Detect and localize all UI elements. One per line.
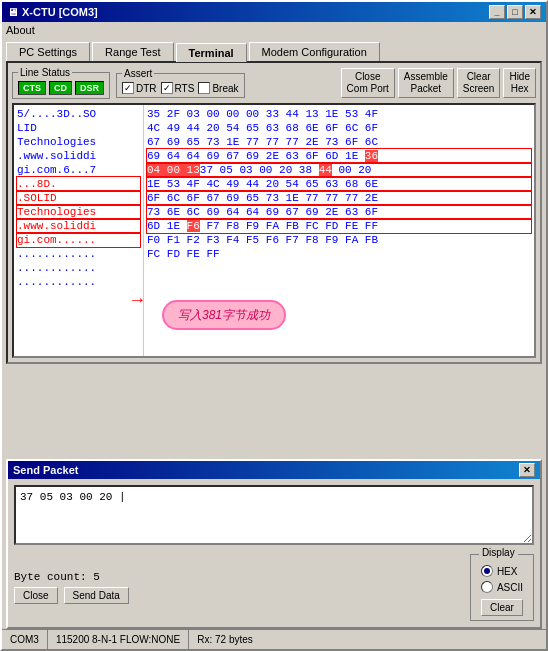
- dtr-label: DTR: [136, 83, 157, 94]
- success-message: 写入381字节成功: [178, 308, 270, 322]
- assert-legend: Assert: [122, 68, 154, 79]
- list-item: .SOLID: [17, 191, 140, 205]
- list-item: [147, 261, 531, 275]
- list-item: 35 2F 03 00 00 00 33 44 13 1E 53 4F: [147, 107, 531, 121]
- send-packet-title-text: Send Packet: [13, 464, 78, 476]
- ascii-radio[interactable]: [481, 581, 493, 593]
- main-window: 🖥 X-CTU [COM3] _ □ ✕ About PC Settings R…: [0, 0, 548, 651]
- byte-count: Byte count: 5: [14, 571, 129, 583]
- window-title: X-CTU [COM3]: [22, 6, 98, 18]
- tab-modem-configuration[interactable]: Modem Configuration: [249, 42, 380, 61]
- assert-group: Assert ✓ DTR ✓ RTS Break: [116, 68, 245, 98]
- list-item: 5/....3D..SO: [17, 107, 140, 121]
- terminal-area[interactable]: 5/....3D..SO LID Technologies .www.solid…: [12, 103, 536, 358]
- close-packet-button[interactable]: Close: [14, 587, 58, 604]
- line-status-legend: Line Status: [18, 67, 72, 78]
- list-item: FC FD FE FF: [147, 247, 531, 261]
- title-buttons: _ □ ✕: [489, 5, 541, 19]
- tab-terminal[interactable]: Terminal: [176, 43, 247, 62]
- success-bubble: 写入381字节成功: [162, 300, 286, 330]
- ascii-label: ASCII: [497, 582, 523, 593]
- dsr-led: DSR: [75, 81, 104, 95]
- maximize-button[interactable]: □: [507, 5, 523, 19]
- terminal-right-pane: 35 2F 03 00 00 00 33 44 13 1E 53 4F 4C 4…: [144, 105, 534, 356]
- status-rx: Rx: 72 bytes: [189, 630, 261, 649]
- tabs-row: PC Settings Range Test Terminal Modem Co…: [2, 38, 546, 61]
- app-icon: 🖥: [7, 6, 18, 18]
- packet-bottom: Byte count: 5 Close Send Data Display HE…: [14, 554, 534, 621]
- send-data-button[interactable]: Send Data: [64, 587, 129, 604]
- rts-label: RTS: [175, 83, 195, 94]
- rts-checkbox[interactable]: ✓: [161, 82, 173, 94]
- list-item: 6D 1E F6 F7 F8 F9 FA FB FC FD FE FF: [147, 219, 531, 233]
- list-item: gi.com.6...7: [17, 163, 140, 177]
- cts-led: CTS: [18, 81, 46, 95]
- send-packet-content: 37 05 03 00 20 | Byte count: 5 Close Sen…: [8, 479, 540, 627]
- packet-input[interactable]: 37 05 03 00 20 |: [14, 485, 534, 545]
- hex-label: HEX: [497, 566, 518, 577]
- list-item: .www.soliddi: [17, 219, 140, 233]
- list-item: gi.com......: [17, 233, 140, 247]
- dtr-assert: ✓ DTR: [122, 82, 157, 94]
- status-settings: 115200 8-N-1 FLOW:NONE: [48, 630, 189, 649]
- list-item: 67 69 65 73 1E 77 77 77 2E 73 6F 6C: [147, 135, 531, 149]
- cd-led: CD: [49, 81, 72, 95]
- list-item: F0 F1 F2 F3 F4 F5 F6 F7 F8 F9 FA FB: [147, 233, 531, 247]
- send-packet-close-icon[interactable]: ✕: [519, 463, 535, 477]
- close-com-port-button[interactable]: CloseCom Port: [341, 68, 395, 98]
- list-item: .www.soliddi: [17, 149, 140, 163]
- hide-hex-button[interactable]: HideHex: [503, 68, 536, 98]
- list-item: 73 6E 6C 69 64 64 69 67 69 2E 63 6F: [147, 205, 531, 219]
- tab-range-test[interactable]: Range Test: [92, 42, 173, 61]
- led-row: CTS CD DSR: [18, 81, 104, 95]
- menu-bar: About: [2, 22, 546, 38]
- break-label: Break: [212, 83, 238, 94]
- list-item: 6F 6C 6F 67 69 65 73 1E 77 77 77 2E: [147, 191, 531, 205]
- rts-assert: ✓ RTS: [161, 82, 195, 94]
- packet-left: Byte count: 5 Close Send Data: [14, 571, 129, 604]
- assert-row: ✓ DTR ✓ RTS Break: [122, 82, 239, 94]
- list-item: 4C 49 44 20 54 65 63 68 6E 6F 6C 6F: [147, 121, 531, 135]
- list-item: ...8D.: [17, 177, 140, 191]
- list-item: LID: [17, 121, 140, 135]
- line-status-group: Line Status CTS CD DSR: [12, 67, 110, 99]
- terminal-left-pane: 5/....3D..SO LID Technologies .www.solid…: [14, 105, 144, 356]
- list-item: ............: [17, 275, 140, 289]
- dtr-checkbox[interactable]: ✓: [122, 82, 134, 94]
- title-bar: 🖥 X-CTU [COM3] _ □ ✕: [2, 2, 546, 22]
- packet-buttons: Close Send Data: [14, 587, 129, 604]
- content-area: Line Status CTS CD DSR Assert ✓ DTR ✓: [6, 61, 542, 364]
- clear-button[interactable]: Clear: [481, 599, 523, 616]
- list-item: ............: [17, 261, 140, 275]
- send-packet-window: Send Packet ✕ 37 05 03 00 20 | Byte coun…: [6, 459, 542, 629]
- tab-pc-settings[interactable]: PC Settings: [6, 42, 90, 61]
- list-item: 1E 53 4F 4C 49 44 20 54 65 63 68 6E: [147, 177, 531, 191]
- status-port: COM3: [2, 630, 48, 649]
- list-item: 04 00 1337 05 03 00 20 38 44 00 20: [147, 163, 531, 177]
- break-assert: Break: [198, 82, 238, 94]
- title-text: 🖥 X-CTU [COM3]: [7, 6, 98, 18]
- clear-screen-button[interactable]: ClearScreen: [457, 68, 501, 98]
- list-item: ............: [17, 247, 140, 261]
- hex-radio-row: HEX: [481, 565, 523, 577]
- list-item: Technologies: [17, 205, 140, 219]
- break-checkbox[interactable]: [198, 82, 210, 94]
- minimize-button[interactable]: _: [489, 5, 505, 19]
- display-options: HEX ASCII: [481, 565, 523, 593]
- hex-radio[interactable]: [481, 565, 493, 577]
- close-window-button[interactable]: ✕: [525, 5, 541, 19]
- assemble-packet-button[interactable]: AssemblePacket: [398, 68, 454, 98]
- display-legend: Display: [479, 547, 518, 558]
- ascii-radio-row: ASCII: [481, 581, 523, 593]
- menu-about[interactable]: About: [6, 24, 35, 36]
- display-group: Display HEX ASCII Clear: [470, 554, 534, 621]
- send-packet-title-bar: Send Packet ✕: [8, 461, 540, 479]
- action-buttons: CloseCom Port AssemblePacket ClearScreen…: [341, 68, 536, 98]
- top-controls: Line Status CTS CD DSR Assert ✓ DTR ✓: [12, 67, 536, 99]
- status-bar: COM3 115200 8-N-1 FLOW:NONE Rx: 72 bytes: [2, 629, 546, 649]
- list-item: 69 64 64 69 67 69 2E 63 6F 6D 1E 36: [147, 149, 531, 163]
- list-item: Technologies: [17, 135, 140, 149]
